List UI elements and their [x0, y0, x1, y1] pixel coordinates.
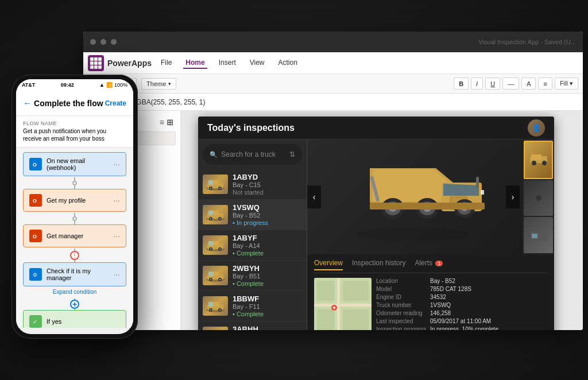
step-more-icon-2[interactable]: ···: [113, 196, 120, 205]
detail-split: Location Bay - B52 Model 785D CAT 128S: [314, 278, 547, 330]
flow-title: Complete the flow: [32, 99, 105, 108]
truck-info-5: 1BBWF Bay - F11 Complete: [233, 294, 302, 317]
location-map: [314, 278, 372, 330]
tab-inspection-history[interactable]: Inspection history: [352, 259, 405, 270]
truck-info-3: 1ABYF Bay - A14 Complete: [233, 234, 302, 257]
thumbnail-strip: [523, 139, 554, 254]
fill-button[interactable]: Fill ▾: [555, 77, 578, 90]
app-name: PowerApps: [107, 59, 152, 68]
svg-point-39: [219, 309, 221, 311]
expand-condition-button[interactable]: Expand condition: [23, 286, 126, 297]
detail-odometer: Odometer reading 146,258: [376, 310, 547, 316]
step-more-icon[interactable]: ···: [113, 160, 120, 169]
flow-step-3: O Get manager ···: [23, 224, 126, 247]
menu-insert[interactable]: Insert: [216, 57, 238, 69]
map-svg: [314, 278, 372, 330]
truck-bay: Bay - C15: [233, 181, 302, 188]
content-area: Screens ≡ ⊞ 🔍 Search Today's inspections…: [83, 111, 583, 330]
step-label-manager: Get manager: [47, 232, 109, 239]
truck-item-6[interactable]: 3ABHH Bay - B09 Complete: [198, 321, 307, 330]
svg-point-5: [210, 188, 212, 189]
step-box-profile[interactable]: O Get my profile ···: [23, 189, 126, 212]
connector-dot: [72, 181, 77, 185]
menu-action[interactable]: Action: [276, 57, 300, 69]
sort-icon[interactable]: ⇅: [289, 150, 295, 158]
list-view-icon[interactable]: ≡: [160, 118, 164, 127]
truck-status-5: Complete: [233, 311, 302, 317]
strikethrough-button[interactable]: —: [502, 77, 519, 90]
thumb-3[interactable]: [524, 217, 553, 253]
step-box-check[interactable]: ⚙ Check if it is my manager ···: [23, 262, 126, 286]
grid-view-icon[interactable]: ⊞: [167, 118, 173, 127]
check-icon: ✓: [29, 315, 42, 328]
truck-info-2: 1VSWQ Bay - B52 In progress: [233, 203, 302, 226]
menu-home[interactable]: Home: [183, 57, 207, 69]
truck-item-4[interactable]: 2WBYH Bay - B51 Complete: [198, 261, 307, 291]
svg-rect-3: [208, 180, 213, 185]
truck-thumbnail: [203, 175, 228, 194]
step-more-icon-4[interactable]: ···: [113, 270, 120, 279]
step-box-if-yes[interactable]: ✓ If yes: [23, 310, 126, 328]
svg-rect-69: [531, 154, 541, 160]
truck-thumbnail-5: [203, 296, 228, 316]
truck-main-svg: [338, 145, 499, 249]
inspection-detail-panel: ‹ ›: [307, 139, 554, 330]
underline-button[interactable]: U: [485, 77, 500, 90]
tab-alerts[interactable]: Alerts 1: [415, 259, 443, 270]
truck-item-3[interactable]: 1ABYF Bay - A14 Complete: [198, 230, 307, 261]
inspection-title: Today's inspections: [207, 123, 528, 133]
truck-status-4: Complete: [233, 280, 302, 287]
thumb-2[interactable]: [524, 180, 553, 216]
step-box-webhook[interactable]: O On new email (webhook) ···: [23, 152, 126, 176]
toolbar: New screen ▾ Theme ▾ B I U — A ≡ Fill ▾: [83, 74, 583, 94]
truck-main-image: ‹ ›: [307, 139, 554, 254]
font-color-button[interactable]: A: [521, 77, 536, 90]
image-next-button[interactable]: ›: [506, 185, 520, 208]
create-button[interactable]: Create: [105, 99, 126, 107]
thumb-1[interactable]: [524, 141, 553, 179]
office-icon: O: [29, 194, 42, 207]
formula-content[interactable]: RGBA(255, 255, 255, 1): [131, 98, 206, 106]
canvas-area: Today's inspections 👤 🔍 Search for a tru…: [181, 111, 583, 330]
truck-info-4: 2WBYH Bay - B51 Complete: [233, 264, 302, 287]
formula-bar: Fill = fx RGBA(255, 255, 255, 1): [83, 94, 583, 111]
svg-point-15: [219, 218, 221, 220]
truck-info: 1ABYD Bay - C15 Not started: [233, 173, 302, 196]
align-button[interactable]: ≡: [538, 77, 552, 90]
svg-point-71: [542, 161, 547, 165]
phone-outer: AT&T 09:42 ▲ 📶 100% ← Complete the flow …: [11, 75, 138, 339]
menu-items: File Home Insert View Action: [158, 57, 300, 69]
truck-item[interactable]: 1ABYD Bay - C15 Not started: [198, 169, 307, 200]
svg-rect-81: [317, 309, 334, 330]
italic-button[interactable]: I: [471, 77, 483, 90]
flow-step-4: ⚙ Check if it is my manager ··· Expand c…: [23, 262, 126, 297]
search-icon-2: 🔍: [210, 151, 218, 158]
user-avatar[interactable]: 👤: [528, 119, 545, 137]
truck-item-active[interactable]: 1VSWQ Bay - B52 In progress: [198, 200, 307, 230]
truck-id-3: 1ABYF: [233, 234, 302, 242]
flow-step-2: O Get my profile ···: [23, 189, 126, 212]
truck-bay-3: Bay - A14: [233, 242, 302, 249]
bold-button[interactable]: B: [454, 77, 469, 90]
truck-id-2: 1VSWQ: [233, 203, 302, 212]
detail-engine-id: Engine ID 34532: [376, 294, 547, 300]
inspection-header: Today's inspections 👤: [198, 117, 554, 139]
step-box-manager[interactable]: O Get manager ···: [23, 224, 126, 247]
truck-item-5[interactable]: 1BBWF Bay - F11 Complete: [198, 291, 307, 321]
image-prev-button[interactable]: ‹: [307, 185, 321, 208]
svg-marker-50: [373, 169, 450, 201]
titlebar-dot-2: [100, 39, 106, 45]
step-more-icon-3[interactable]: ···: [113, 231, 120, 241]
connector-2: [23, 213, 126, 224]
theme-button[interactable]: Theme ▾: [141, 78, 176, 90]
svg-rect-79: [317, 281, 334, 301]
menu-file[interactable]: File: [158, 57, 174, 69]
truck-search-bar[interactable]: 🔍 Search for a truck ⇅: [203, 144, 302, 165]
svg-rect-80: [343, 281, 369, 301]
phone-device: AT&T 09:42 ▲ 📶 100% ← Complete the flow …: [11, 75, 138, 339]
back-button[interactable]: ←: [23, 98, 32, 108]
tab-overview[interactable]: Overview: [314, 259, 343, 270]
detail-inspection-progress: Inspection progress In progress, 10% com…: [376, 326, 547, 330]
menu-view[interactable]: View: [247, 57, 267, 69]
add-step-button[interactable]: +: [70, 300, 79, 309]
